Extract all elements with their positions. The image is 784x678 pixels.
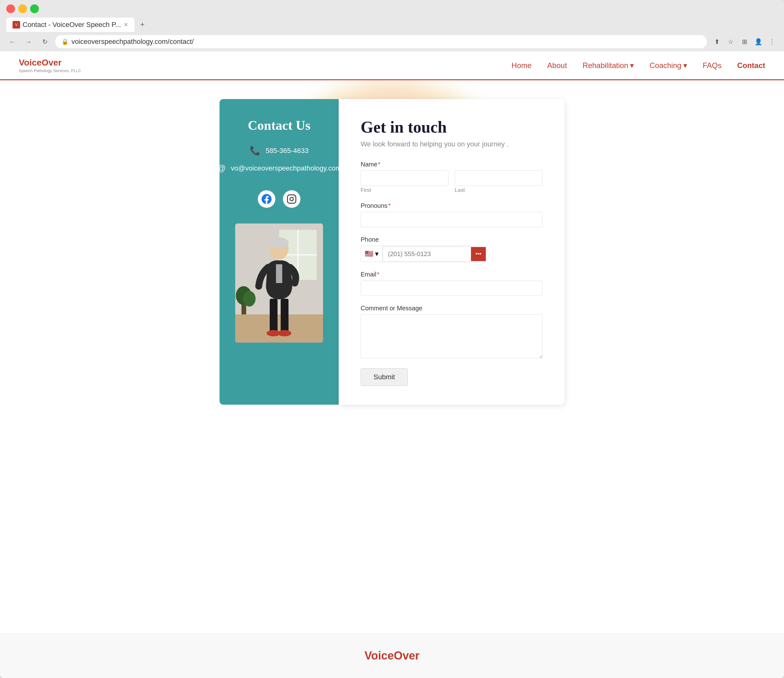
coaching-dropdown-icon: ▾ xyxy=(683,61,687,70)
person-silhouette xyxy=(235,224,323,343)
maximize-button[interactable] xyxy=(30,5,39,13)
last-name-group: Last xyxy=(455,171,542,193)
contact-info-card: Contact Us 📞 585-365-4633 @ vo@voiceover… xyxy=(220,99,339,405)
social-icons xyxy=(258,190,301,208)
phone-number-input[interactable] xyxy=(383,246,471,262)
nav-about[interactable]: About xyxy=(547,61,567,70)
browser-actions: ⬆ ☆ ⊞ 👤 ⋮ xyxy=(711,36,778,47)
traffic-lights xyxy=(6,5,778,13)
pronouns-field-group: Pronouns* xyxy=(361,202,542,227)
website: VoiceOver Speech Pathology Services, PLL… xyxy=(0,51,784,678)
url-text: voiceoverspeechpathology.com/contact/ xyxy=(72,37,194,46)
form-subtitle: We look forward to helping you on your j… xyxy=(361,140,542,148)
nav-faqs[interactable]: FAQs xyxy=(703,61,722,70)
lock-icon: 🔒 xyxy=(61,38,69,45)
name-required-star: * xyxy=(378,161,380,168)
svg-point-1 xyxy=(290,197,293,201)
menu-button[interactable]: ⋮ xyxy=(767,36,778,47)
extensions-button[interactable]: ⊞ xyxy=(739,36,750,47)
last-name-input[interactable] xyxy=(455,171,542,186)
new-tab-button[interactable]: + xyxy=(135,17,150,32)
name-fields: First Last xyxy=(361,171,542,193)
share-button[interactable]: ⬆ xyxy=(711,36,723,47)
rehabilitation-dropdown-icon: ▾ xyxy=(630,61,634,70)
main-content: Contact Us 📞 585-365-4633 @ vo@voiceover… xyxy=(0,80,784,633)
phone-options-button[interactable]: ••• xyxy=(471,247,486,261)
first-name-group: First xyxy=(361,171,449,193)
bookmark-button[interactable]: ☆ xyxy=(725,36,736,47)
pronouns-input[interactable] xyxy=(361,212,542,227)
footer-logo: VoiceOver xyxy=(16,649,768,662)
name-field-group: Name* First Last xyxy=(361,161,542,193)
svg-rect-7 xyxy=(235,314,323,343)
reload-button[interactable]: ↻ xyxy=(39,36,51,48)
pronouns-label: Pronouns* xyxy=(361,202,542,209)
contact-form: Name* First Last xyxy=(361,161,542,386)
name-label: Name* xyxy=(361,161,542,168)
nav-rehabilitation[interactable]: Rehabilitation ▾ xyxy=(583,61,634,70)
message-textarea[interactable] xyxy=(361,314,542,358)
svg-rect-12 xyxy=(281,299,288,333)
instagram-icon[interactable] xyxy=(283,190,301,208)
footer-logo-text: VoiceOver xyxy=(365,649,419,662)
profile-button[interactable]: 👤 xyxy=(753,36,764,47)
svg-rect-11 xyxy=(270,299,277,333)
back-button[interactable]: ← xyxy=(6,36,18,48)
nav-coaching[interactable]: Coaching ▾ xyxy=(650,61,687,70)
first-label: First xyxy=(361,187,449,193)
message-label: Comment or Message xyxy=(361,305,542,312)
nav-links: Home About Rehabilitation ▾ Coaching ▾ F… xyxy=(511,61,765,70)
email-field-group: Email* xyxy=(361,271,542,296)
svg-rect-0 xyxy=(288,195,296,204)
close-button[interactable] xyxy=(6,5,15,13)
phone-input-row: 🇺🇸 ▾ ••• xyxy=(361,246,486,262)
form-title: Get in touch xyxy=(361,118,542,136)
email-address[interactable]: vo@voiceoverspeechpathology.com xyxy=(231,164,341,173)
site-logo: VoiceOver Speech Pathology Services, PLL… xyxy=(19,58,81,73)
email-required-star: * xyxy=(377,271,379,278)
facebook-icon[interactable] xyxy=(258,190,275,208)
last-label: Last xyxy=(455,187,542,193)
nav-contact[interactable]: Contact xyxy=(737,61,765,70)
logo-subtitle: Speech Pathology Services, PLLC xyxy=(19,68,81,73)
svg-point-9 xyxy=(270,237,288,249)
message-field-group: Comment or Message xyxy=(361,305,542,359)
submit-button[interactable]: Submit xyxy=(361,368,408,386)
svg-point-17 xyxy=(243,291,256,306)
svg-rect-10 xyxy=(276,264,282,283)
email-input[interactable] xyxy=(361,280,542,296)
nav-home[interactable]: Home xyxy=(511,61,531,70)
phone-number[interactable]: 585-365-4633 xyxy=(266,147,309,155)
tab-close-button[interactable]: ✕ xyxy=(123,21,128,28)
site-nav: VoiceOver Speech Pathology Services, PLL… xyxy=(0,51,784,80)
tab-favicon: V xyxy=(12,21,20,28)
site-footer: VoiceOver xyxy=(0,633,784,678)
phone-field-group: Phone 🇺🇸 ▾ ••• xyxy=(361,236,542,262)
tab-bar: V Contact - VoiceOver Speech P... ✕ + xyxy=(6,17,778,32)
svg-point-14 xyxy=(277,330,291,336)
phone-country-select[interactable]: 🇺🇸 ▾ xyxy=(361,246,383,262)
pronouns-required-star: * xyxy=(388,202,391,209)
email-icon: @ xyxy=(217,163,226,173)
contact-us-title: Contact Us xyxy=(248,118,310,133)
logo-text: VoiceOver xyxy=(19,58,81,68)
address-bar[interactable]: 🔒 voiceoverspeechpathology.com/contact/ xyxy=(55,35,707,48)
title-bar: V Contact - VoiceOver Speech P... ✕ + xyxy=(0,0,784,32)
email-label: Email* xyxy=(361,271,542,278)
minimize-button[interactable] xyxy=(18,5,27,13)
svg-point-2 xyxy=(293,196,295,197)
forward-button[interactable]: → xyxy=(23,36,34,48)
first-name-input[interactable] xyxy=(361,171,449,186)
browser-tab[interactable]: V Contact - VoiceOver Speech P... ✕ xyxy=(6,17,134,32)
contact-form-container: Get in touch We look forward to helping … xyxy=(339,99,564,405)
phone-contact-item: 📞 585-365-4633 xyxy=(249,145,309,156)
contact-layout: Contact Us 📞 585-365-4633 @ vo@voiceover… xyxy=(220,99,564,405)
phone-icon: 📞 xyxy=(249,145,260,156)
phone-label: Phone xyxy=(361,236,542,243)
browser-window: V Contact - VoiceOver Speech P... ✕ + ← … xyxy=(0,0,784,678)
contact-person-image xyxy=(235,224,323,343)
address-bar-row: ← → ↻ 🔒 voiceoverspeechpathology.com/con… xyxy=(0,32,784,51)
email-contact-item: @ vo@voiceoverspeechpathology.com xyxy=(217,163,341,173)
tab-title: Contact - VoiceOver Speech P... xyxy=(23,21,121,29)
